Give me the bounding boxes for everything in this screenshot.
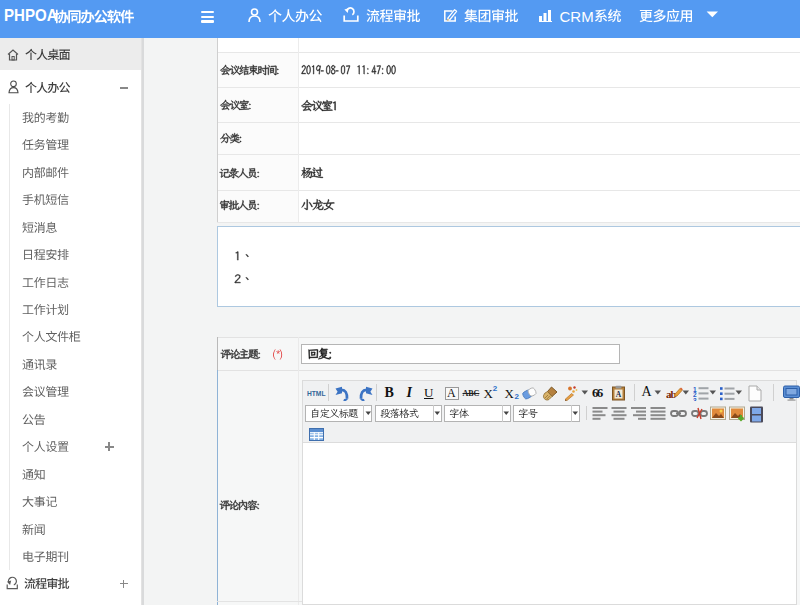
svg-text:A: A [616, 390, 622, 399]
svg-text:3: 3 [693, 397, 697, 402]
